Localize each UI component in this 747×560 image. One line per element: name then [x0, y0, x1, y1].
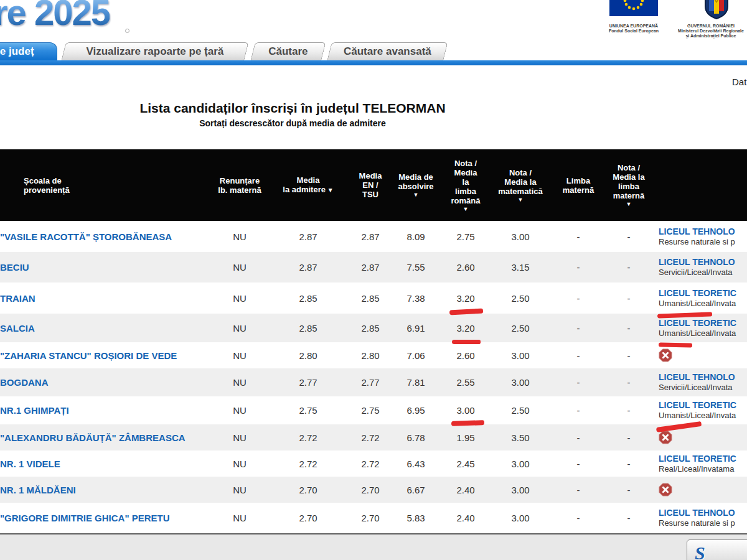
sort-desc-icon[interactable]: ▼: [326, 187, 334, 194]
table-bottom-border: [0, 533, 747, 534]
cell-media-la-admitere: 2.80: [268, 342, 349, 368]
destination-school-link[interactable]: LICEUL TEORETIC: [659, 400, 736, 411]
sort-desc-icon[interactable]: ▼: [626, 202, 632, 207]
table-row: BECIUNU2.872.877.552.603.15--LICEUL TEHN…: [0, 252, 747, 282]
school-of-origin-link[interactable]: NR.1 GHIMPAȚI: [0, 396, 212, 424]
school-of-origin-link[interactable]: TRAIAN: [0, 282, 212, 314]
vendor-brand-button[interactable]: S: [687, 539, 747, 560]
column-header-nota-matematica[interactable]: Nota / Media la matematică▼: [492, 149, 549, 221]
cell-destinatie: LICEUL TEHNOLOResurse naturale si p: [650, 503, 747, 533]
destination-school-link[interactable]: LICEUL TEHNOLO: [659, 508, 735, 518]
sort-desc-icon[interactable]: ▼: [518, 197, 524, 203]
tab-cautare-avansata[interactable]: Căutare avansată: [327, 42, 448, 60]
cell-limba-materna: -: [549, 424, 608, 450]
destination-school-link[interactable]: LICEUL TEHNOLO: [659, 257, 735, 268]
cell-nota-limba-romana: 2.60: [439, 252, 492, 282]
school-of-origin-link[interactable]: BECIU: [0, 252, 212, 282]
school-of-origin-link[interactable]: "VASILE RACOTTĂ" ȘTOROBĂNEASA: [0, 221, 212, 252]
cell-limba-materna: -: [549, 342, 608, 368]
school-of-origin-link[interactable]: "GRIGORE DIMITRIE GHICA" PERETU: [0, 503, 212, 533]
cell-media-de-absolvire: 8.09: [392, 221, 439, 252]
destination-school-link[interactable]: LICEUL TEORETIC: [659, 454, 736, 464]
destination-school-link[interactable]: LICEUL TEHNOLO: [659, 226, 735, 237]
sort-desc-icon[interactable]: ▼: [413, 192, 419, 198]
cell-media-la-admitere: 2.87: [268, 221, 349, 252]
tab-label: Căutare: [253, 43, 323, 60]
cell-media-de-absolvire: 6.78: [392, 424, 439, 450]
cell-media-de-absolvire: 6.67: [392, 477, 439, 503]
date-label: Dat: [732, 77, 746, 87]
cell-renuntare-lb-materna: NU: [212, 314, 268, 342]
column-header-destinatie: [650, 149, 747, 221]
destination-school-link[interactable]: LICEUL TEORETIC: [659, 288, 736, 299]
column-header-label: Media la admitere ▼: [283, 175, 333, 195]
cell-destinatie: LICEUL TEHNOLOServicii/Liceal/Invata: [650, 368, 747, 396]
cell-nota-limba-materna: -: [608, 450, 650, 477]
cell-media-de-absolvire: 7.38: [392, 282, 439, 314]
cell-nota-matematica: 2.50: [492, 282, 549, 314]
cell-media-en-tsu: 2.85: [349, 314, 392, 342]
eu-caption-line2: Fondul Social European: [596, 29, 671, 34]
table-row: NR.1 GHIMPAȚINU2.752.756.953.002.50--LIC…: [0, 396, 747, 424]
column-header-renuntare-lb-materna: Renunțare lb. maternă: [212, 149, 268, 221]
column-header-school: Școala de proveniență: [0, 149, 212, 221]
footer-bar: [0, 534, 747, 560]
column-header-media-de-absolvire[interactable]: Media de absolvire▼: [392, 149, 439, 221]
column-header-label: Media EN / TSU: [359, 171, 382, 199]
cell-nota-limba-romana: 2.60: [439, 342, 492, 368]
cell-renuntare-lb-materna: NU: [212, 450, 268, 477]
candidates-table: Școala de proveniențăRenunțare lb. mater…: [0, 149, 747, 533]
cell-media-en-tsu: 2.70: [349, 503, 392, 533]
cell-media-de-absolvire: 5.83: [392, 503, 439, 533]
cell-nota-matematica: 3.15: [492, 252, 549, 282]
site-logo: re 2025: [0, 0, 110, 33]
school-of-origin-link[interactable]: "ZAHARIA STANCU" ROȘIORI DE VEDE: [0, 342, 212, 368]
cell-nota-matematica: 2.50: [492, 314, 549, 342]
eu-logo-caption: UNIUNEA EUROPEANĂ Fondul Social European: [596, 24, 671, 34]
school-of-origin-link[interactable]: NR. 1 MĂLDĂENI: [0, 477, 212, 503]
cell-nota-limba-materna: -: [608, 396, 650, 424]
tab-label: Vizualizare rapoarte pe țară: [64, 43, 246, 60]
tab-pe-judet[interactable]: pe județ: [0, 42, 57, 60]
destination-school-link[interactable]: LICEUL TEHNOLO: [659, 372, 735, 383]
cell-nota-matematica: 3.50: [492, 424, 549, 450]
cell-nota-limba-materna: -: [608, 282, 650, 314]
cell-media-la-admitere: 2.70: [268, 477, 349, 503]
cell-nota-limba-materna: -: [608, 342, 650, 368]
tab-cautare[interactable]: Căutare: [250, 42, 326, 60]
table-row: "ALEXANDRU BĂDĂUȚĂ" ZÂMBREASCANU2.722.72…: [0, 424, 747, 450]
school-of-origin-link[interactable]: NR. 1 VIDELE: [0, 450, 212, 477]
table-row: NR. 1 MĂLDĂENINU2.702.706.672.403.00--: [0, 477, 747, 503]
table-row: "GRIGORE DIMITRIE GHICA" PERETUNU2.702.7…: [0, 503, 747, 533]
school-of-origin-link[interactable]: SALCIA: [0, 314, 212, 342]
cell-media-en-tsu: 2.85: [349, 282, 392, 314]
eu-caption-line1: UNIUNEA EUROPEANĂ: [596, 24, 671, 29]
sort-desc-icon[interactable]: ▼: [463, 207, 469, 212]
column-header-media-la-admitere[interactable]: Media la admitere ▼: [268, 149, 349, 221]
cell-nota-matematica: 3.00: [492, 368, 549, 396]
school-of-origin-link[interactable]: BOGDANA: [0, 368, 212, 396]
destination-profile-label: Resurse naturale si p: [659, 518, 735, 528]
column-header-label: Limba maternă: [563, 176, 594, 195]
cell-media-de-absolvire: 6.43: [392, 450, 439, 477]
cell-nota-limba-materna: -: [608, 221, 650, 252]
destination-profile-label: Real/Liceal/Invatama: [659, 464, 734, 474]
destination-school-link[interactable]: LICEUL TEORETIC: [659, 318, 736, 329]
column-header-nota-limba-romana[interactable]: Nota / Media la limba română▼: [439, 149, 492, 221]
cell-destinatie: LICEUL TEHNOLOResurse naturale si p: [650, 221, 747, 252]
cell-renuntare-lb-materna: NU: [212, 342, 268, 368]
cell-nota-matematica: 3.00: [492, 342, 549, 368]
cell-nota-limba-materna: -: [608, 314, 650, 342]
cell-nota-matematica: 3.00: [492, 221, 549, 252]
table-row: "VASILE RACOTTĂ" ȘTOROBĂNEASANU2.872.878…: [0, 221, 747, 252]
table-header-row: Școala de proveniențăRenunțare lb. mater…: [0, 149, 747, 221]
tab-vizualizare-rapoarte-pe-tara[interactable]: Vizualizare rapoarte pe țară: [61, 42, 248, 60]
column-header-media-en-tsu: Media EN / TSU: [349, 149, 392, 221]
school-of-origin-link[interactable]: "ALEXANDRU BĂDĂUȚĂ" ZÂMBREASCA: [0, 424, 212, 450]
cell-nota-limba-romana: 1.95: [439, 424, 492, 450]
cell-media-la-admitere: 2.87: [268, 252, 349, 282]
cell-media-la-admitere: 2.70: [268, 503, 349, 533]
cell-nota-limba-romana: 2.75: [439, 221, 492, 252]
vendor-logo-letter: S: [695, 543, 705, 560]
column-header-nota-limba-materna[interactable]: Nota / Media la limba maternă▼: [608, 149, 650, 221]
